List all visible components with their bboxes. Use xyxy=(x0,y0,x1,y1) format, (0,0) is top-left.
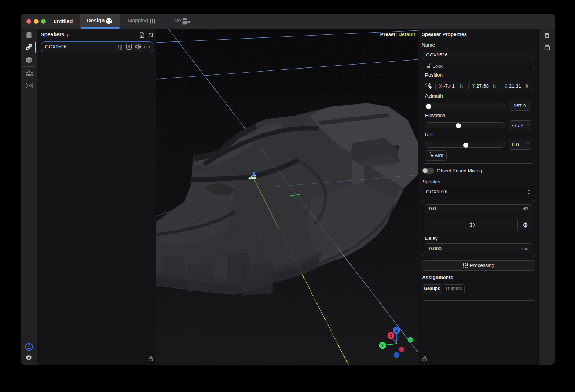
svg-text:Z: Z xyxy=(395,328,398,333)
svg-text:Y: Y xyxy=(381,343,384,348)
svg-text:X: X xyxy=(389,333,392,338)
